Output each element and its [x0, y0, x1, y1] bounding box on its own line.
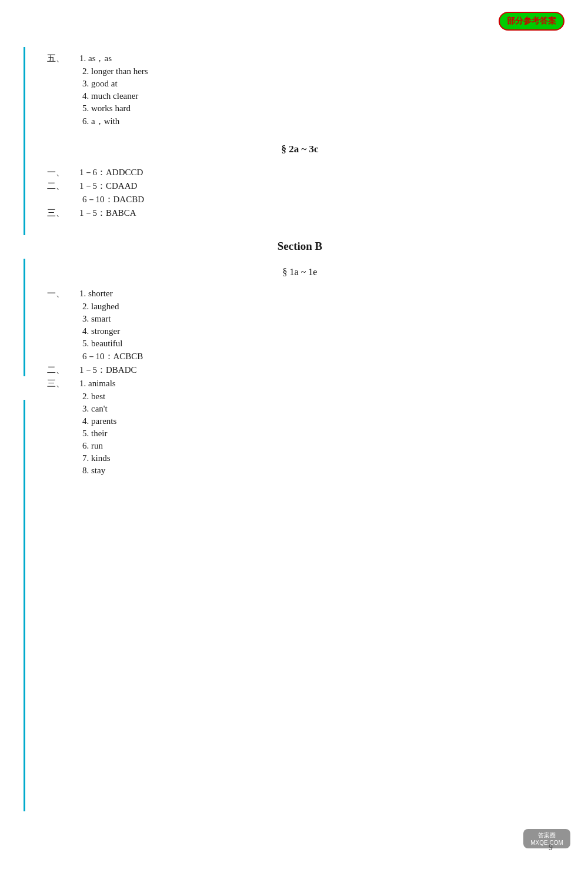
1a1e-san-item2-number: 2.: [82, 392, 89, 401]
1a1e-yi-item2-number: 2.: [82, 302, 89, 311]
1a1e-san-item7-number: 7.: [82, 453, 89, 463]
wu-item-4-text: much cleaner: [91, 91, 138, 101]
2a3c-er-item2: 6－10：DACBD: [82, 194, 553, 205]
1a1e-san-item4: 4. parents: [82, 416, 553, 426]
1a1e-yi-item3-number: 3.: [82, 314, 89, 323]
watermark-line2: MXQE.COM: [527, 840, 567, 846]
1a1e-yi-item3-text: smart: [91, 314, 111, 323]
1a1e-yi: 一、 1. shorter: [47, 288, 553, 299]
left-accent-3: [24, 400, 25, 811]
wu-header: 五、 1. as，as: [47, 53, 553, 64]
wu-item-6-number: 6.: [82, 116, 89, 126]
page-container: 部分参考答案 五、 1. as，as 2. longer than hers 3…: [0, 0, 588, 876]
wu-label: 五、: [47, 53, 79, 64]
1a1e-yi-item4: 4. stronger: [82, 326, 553, 336]
1a1e-yi-item2: 2. laughed: [82, 302, 553, 312]
wu-item-2: 2. longer than hers: [82, 66, 553, 76]
1a1e-san-item5: 5. their: [82, 429, 553, 439]
left-accent-2: [24, 259, 25, 376]
section-wu: 五、 1. as，as 2. longer than hers 3. good …: [47, 53, 553, 127]
1a1e-san-item6-text: run: [91, 441, 103, 450]
wu-item-3-text: good at: [91, 79, 118, 88]
1a1e-san-item3: 3. can't: [82, 404, 553, 414]
2a3c-san-label: 三、: [47, 208, 79, 219]
2a3c-yi: 一、 1－6：ADDCCD: [47, 167, 553, 178]
1a1e-yi-item3: 3. smart: [82, 314, 553, 324]
wu-item-1-number: 1.: [79, 54, 86, 63]
1a1e-yi-item1-number: 1.: [79, 289, 86, 299]
left-accent-1: [24, 47, 25, 235]
1a1e-san-item8: 8. stay: [82, 466, 553, 476]
wu-item-6-text: a，with: [91, 116, 119, 126]
wu-item-4: 4. much cleaner: [82, 91, 553, 101]
wu-item-3-number: 3.: [82, 79, 89, 88]
2a3c-er-item1: 1－5：CDAAD: [79, 180, 137, 192]
1a1e-yi-item6-text: 6－10：ACBCB: [82, 352, 143, 361]
1a1e-san-item4-text: parents: [91, 416, 116, 426]
1a1e-san-item4-number: 4.: [82, 416, 89, 426]
wu-item-6: 6. a，with: [82, 116, 553, 127]
1a1e-san-item8-text: stay: [91, 466, 105, 475]
1a1e-er: 二、 1－5：DBADC: [47, 365, 553, 376]
wu-item-4-number: 4.: [82, 91, 89, 101]
1a1e-san-item7-text: kinds: [91, 453, 111, 463]
section-b-title: Section B: [47, 240, 553, 253]
2a3c-yi-text: 1－6：ADDCCD: [79, 167, 143, 178]
1a1e-yi-item5-number: 5.: [82, 339, 89, 348]
1a1e-yi-item1-text: shorter: [88, 289, 113, 299]
1a1e-san-item3-text: can't: [91, 404, 108, 413]
1a1e-yi-label: 一、: [47, 288, 79, 299]
2a3c-san: 三、 1－5：BABCA: [47, 208, 553, 219]
wu-item-5-text: works hard: [91, 103, 131, 113]
wu-item-5: 5. works hard: [82, 103, 553, 113]
section-2a3c-title: § 2a ~ 3c: [47, 143, 553, 155]
1a1e-er-text: 1－5：DBADC: [79, 365, 137, 376]
2a3c-yi-label: 一、: [47, 167, 79, 178]
1a1e-yi-item6: 6－10：ACBCB: [82, 351, 553, 362]
1a1e-san-item5-number: 5.: [82, 429, 89, 438]
1a1e-san-item6-number: 6.: [82, 441, 89, 450]
1a1e-yi-item5-text: beautiful: [91, 339, 122, 348]
1a1e-san: 三、 1. animals: [47, 378, 553, 389]
watermark-line1: 答案圈: [527, 831, 567, 840]
wu-item-5-number: 5.: [82, 103, 89, 113]
1a1e-er-label: 二、: [47, 365, 79, 376]
wu-item-2-number: 2.: [82, 66, 89, 76]
1a1e-yi-item4-number: 4.: [82, 326, 89, 336]
2a3c-er-label: 二、: [47, 180, 79, 192]
wu-item-2-text: longer than hers: [91, 66, 148, 76]
1a1e-yi-item2-text: laughed: [91, 302, 119, 311]
1a1e-san-item2: 2. best: [82, 392, 553, 402]
1a1e-san-item7: 7. kinds: [82, 453, 553, 463]
1a1e-san-item6: 6. run: [82, 441, 553, 451]
wu-item-3: 3. good at: [82, 79, 553, 89]
1a1e-yi-item4-text: stronger: [91, 326, 120, 336]
1a1e-san-item5-text: their: [91, 429, 108, 438]
1a1e-yi-item5: 5. beautiful: [82, 339, 553, 349]
1a1e-san-label: 三、: [47, 378, 79, 389]
section-1a1e-title: § 1a ~ 1e: [47, 267, 553, 277]
top-badge: 部分参考答案: [499, 12, 564, 31]
1a1e-san-item1-text: animals: [88, 379, 116, 389]
1a1e-san-item3-number: 3.: [82, 404, 89, 413]
2a3c-er: 二、 1－5：CDAAD: [47, 180, 553, 192]
2a3c-san-text: 1－5：BABCA: [79, 208, 136, 219]
1a1e-san-item2-text: best: [91, 392, 105, 401]
wu-item-1-text: as，as: [88, 53, 112, 64]
watermark: 答案圈 MXQE.COM: [523, 829, 570, 864]
1a1e-san-item1-number: 1.: [79, 379, 86, 389]
1a1e-san-item8-number: 8.: [82, 466, 89, 475]
